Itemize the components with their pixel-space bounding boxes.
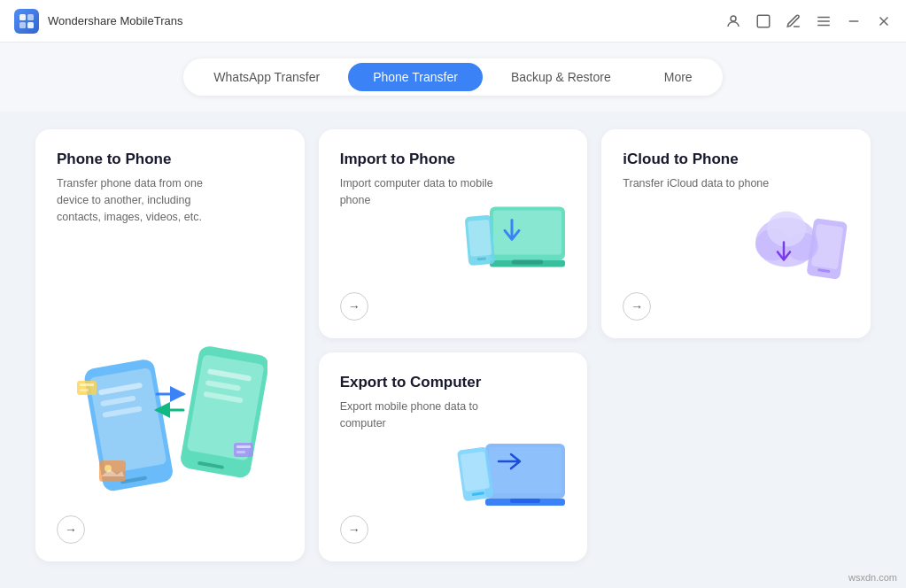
svg-rect-24 [77, 381, 97, 395]
svg-rect-25 [80, 383, 94, 386]
svg-rect-47 [489, 447, 561, 493]
close-icon[interactable] [876, 13, 892, 29]
edit-icon[interactable] [786, 13, 801, 29]
tab-phone[interactable]: Phone Transfer [348, 63, 483, 91]
card-desc-icloud: Transfer iCloud data to phone [623, 175, 782, 192]
svg-rect-27 [234, 443, 253, 457]
card-arrow-import[interactable]: → [340, 292, 368, 321]
svg-rect-30 [99, 460, 126, 482]
card-title-icloud: iCloud to Phone [623, 151, 849, 168]
svg-rect-28 [236, 445, 251, 448]
svg-point-45 [767, 211, 806, 246]
svg-rect-49 [510, 499, 540, 503]
svg-rect-51 [461, 452, 491, 491]
card-arrow-export[interactable]: → [340, 515, 368, 544]
svg-rect-37 [468, 220, 492, 257]
export-illustration [454, 422, 578, 522]
nav-tabs: WhatsApp Transfer Phone Transfer Backup … [183, 58, 722, 96]
card-arrow-phone-to-phone[interactable]: → [57, 515, 85, 544]
svg-rect-33 [493, 210, 561, 254]
card-title-phone-to-phone: Phone to Phone [57, 151, 283, 168]
person-icon[interactable] [725, 13, 741, 29]
phone-to-phone-illustration [73, 328, 267, 508]
tab-whatsapp[interactable]: WhatsApp Transfer [189, 63, 345, 91]
tab-more[interactable]: More [639, 63, 717, 91]
svg-point-4 [731, 16, 736, 21]
minimize-icon[interactable] [846, 13, 862, 29]
svg-rect-3 [27, 22, 34, 28]
window-controls [725, 13, 892, 29]
watermark: wsxdn.com [848, 572, 897, 583]
svg-rect-1 [27, 14, 34, 20]
card-title-export: Export to Computer [340, 374, 567, 391]
title-bar-left: Wondershare MobileTrans [14, 9, 182, 34]
window-icon[interactable] [755, 13, 771, 29]
icloud-illustration [747, 193, 862, 294]
svg-rect-0 [19, 14, 26, 20]
card-phone-to-phone[interactable]: Phone to Phone Transfer phone data from … [35, 129, 305, 561]
import-illustration [463, 193, 578, 294]
menu-icon[interactable] [816, 13, 832, 29]
nav-bar: WhatsApp Transfer Phone Transfer Backup … [0, 43, 906, 112]
tab-backup[interactable]: Backup & Restore [486, 63, 636, 91]
card-import-to-phone[interactable]: Import to Phone Import computer data to … [319, 129, 588, 338]
card-title-import: Import to Phone [340, 151, 567, 168]
app-icon [14, 9, 39, 34]
svg-rect-5 [757, 15, 770, 27]
card-desc-phone-to-phone: Transfer phone data from one device to a… [57, 175, 216, 225]
svg-rect-29 [236, 451, 245, 453]
svg-rect-26 [80, 389, 89, 391]
card-arrow-icloud[interactable]: → [623, 292, 651, 321]
card-export-to-computer[interactable]: Export to Computer Export mobile phone d… [319, 352, 588, 561]
main-content: Phone to Phone Transfer phone data from … [0, 112, 906, 588]
app-title: Wondershare MobileTrans [48, 14, 182, 27]
svg-rect-35 [512, 259, 543, 264]
card-icloud-to-phone[interactable]: iCloud to Phone Transfer iCloud data to … [601, 129, 871, 338]
title-bar: Wondershare MobileTrans [0, 0, 906, 43]
svg-rect-2 [19, 22, 26, 28]
